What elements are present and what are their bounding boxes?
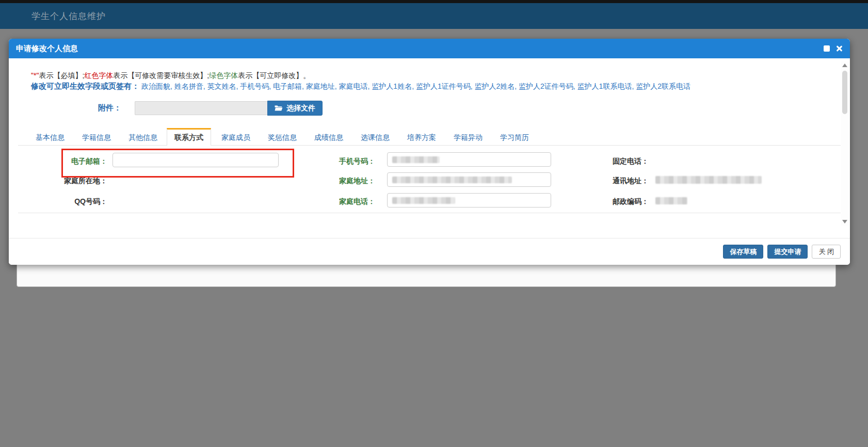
mobile-input[interactable] — [387, 152, 551, 167]
tab-family-members[interactable]: 家庭成员 — [221, 128, 250, 145]
home-phone-masked-value — [392, 197, 455, 204]
postal-code-label: 邮政编码： — [575, 197, 649, 206]
dialog-titlebar: 申请修改个人信息 — [9, 39, 850, 58]
home-phone-label: 家庭电话： — [297, 197, 375, 206]
tab-bar: 基本信息 学籍信息 其他信息 联系方式 家庭成员 奖惩信息 成绩信息 选课信息 … — [18, 128, 841, 146]
email-input[interactable] — [112, 153, 279, 167]
postal-code-masked-value — [655, 197, 687, 204]
legend-line-2: 修改可立即生效字段或页签有： 政治面貌, 姓名拼音, 英文姓名, 手机号码, 电… — [31, 81, 690, 91]
home-location-label: 家庭所在地： — [18, 177, 107, 186]
mailing-address-label: 通讯地址： — [575, 177, 649, 186]
close-button[interactable]: 关 闭 — [812, 245, 841, 259]
mailing-address-masked-value — [655, 176, 762, 184]
edit-personal-info-dialog: 申请修改个人信息 "*"表示【必填】;红色字体表示【可修改需要审核生效】;绿色字… — [9, 39, 850, 265]
home-address-label: 家庭地址： — [297, 177, 375, 186]
scrollbar-up-icon[interactable] — [842, 62, 848, 69]
email-label: 电子邮箱： — [18, 157, 107, 166]
legend-red-term: 红色字体 — [84, 71, 113, 79]
tab-rewards-punishments[interactable]: 奖惩信息 — [268, 128, 297, 145]
tab-training-plan[interactable]: 培养方案 — [407, 128, 436, 145]
tab-course-selection[interactable]: 选课信息 — [361, 128, 390, 145]
folder-open-icon — [275, 105, 283, 111]
fixed-phone-label: 固定电话： — [575, 157, 649, 166]
legend-green-term: 绿色字体 — [209, 71, 238, 79]
page-title: 学生个人信息维护 — [31, 10, 106, 22]
legend: "*"表示【必填】;红色字体表示【可修改需要审核生效】;绿色字体表示【可立即修改… — [31, 71, 690, 91]
dialog-scrollbar[interactable] — [841, 61, 848, 226]
home-address-input[interactable] — [387, 172, 551, 187]
dialog-title: 申请修改个人信息 — [16, 44, 78, 54]
tab-grades[interactable]: 成绩信息 — [314, 128, 343, 145]
scrollbar-down-icon[interactable] — [842, 218, 848, 225]
tab-basic-info[interactable]: 基本信息 — [36, 128, 65, 145]
app-header: 学生个人信息维护 — [0, 3, 868, 29]
dialog-body: "*"表示【必填】;红色字体表示【可修改需要审核生效】;绿色字体表示【可立即修改… — [9, 58, 850, 238]
mobile-masked-value — [392, 156, 440, 163]
save-draft-button[interactable]: 保存草稿 — [723, 245, 763, 259]
tab-study-resume[interactable]: 学习简历 — [500, 128, 529, 145]
legend-asterisk: "*" — [31, 71, 39, 79]
contact-info-panel: 电子邮箱： 手机号码： 固定电话： 家庭所在地： 家庭地址： 通讯地址： QQ号… — [18, 146, 841, 213]
dialog-footer: 保存草稿 提交申请 关 闭 — [9, 238, 850, 265]
close-icon[interactable] — [835, 45, 843, 52]
legend-line-1: "*"表示【必填】;红色字体表示【可修改需要审核生效】;绿色字体表示【可立即修改… — [31, 71, 690, 81]
home-phone-input[interactable] — [387, 193, 551, 207]
tab-other-info[interactable]: 其他信息 — [128, 128, 157, 145]
qq-label: QQ号码： — [18, 197, 107, 206]
attachment-row: 附件： 选择文件 — [98, 101, 323, 116]
maximize-icon[interactable] — [824, 45, 830, 52]
tab-contact-info[interactable]: 联系方式 — [167, 128, 211, 146]
tab-student-status[interactable]: 学籍信息 — [82, 128, 111, 145]
tab-status-change[interactable]: 学籍异动 — [454, 128, 483, 145]
home-address-masked-value — [392, 177, 512, 183]
legend-field-list: 政治面貌, 姓名拼音, 英文姓名, 手机号码, 电子邮箱, 家庭地址, 家庭电话… — [141, 82, 690, 90]
submit-application-button[interactable]: 提交申请 — [767, 245, 808, 259]
choose-file-button[interactable]: 选择文件 — [267, 101, 323, 116]
choose-file-label: 选择文件 — [286, 104, 315, 113]
scrollbar-thumb[interactable] — [842, 71, 847, 114]
mobile-label: 手机号码： — [297, 157, 375, 166]
attachment-filename-field[interactable] — [135, 101, 267, 115]
legend-heading: 修改可立即生效字段或页签有： — [31, 82, 139, 90]
attachment-label: 附件： — [98, 103, 121, 113]
